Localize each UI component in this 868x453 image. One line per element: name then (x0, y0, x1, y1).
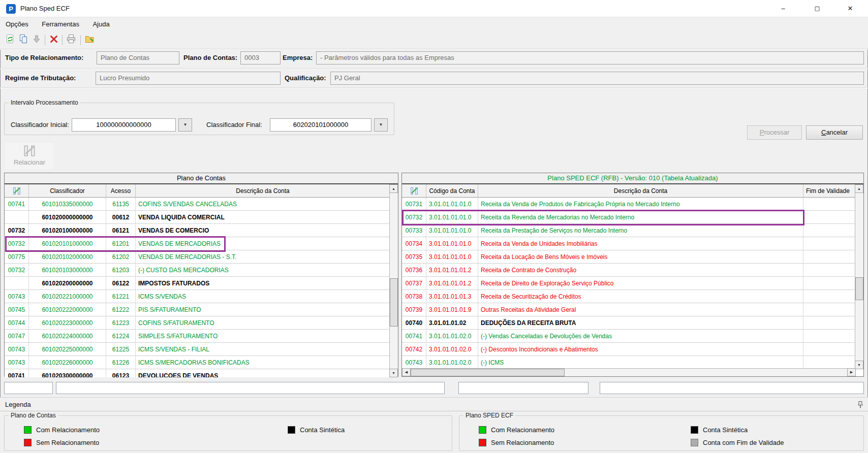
scroll-right-icon[interactable]: ▶ (847, 368, 856, 376)
scroll-up-icon[interactable]: ▲ (855, 184, 863, 193)
left-table-row[interactable]: 0074360102022100000061221ICMS S/VENDAS (5, 290, 390, 303)
menu-ferramentas[interactable]: Ferramentas (36, 17, 85, 31)
left-cell-rel: 00741 (5, 198, 29, 211)
relacionar-button[interactable]: Relacionar (5, 143, 54, 169)
right-cell-codigo: 3.01.01.01.02 (426, 316, 478, 330)
menu-opcoes[interactable]: Opções (0, 17, 34, 31)
left-table-title: Plano de Contas (5, 173, 398, 184)
right-cell-descricao: (-) Vendas Canceladas e Devoluções de Ve… (478, 330, 803, 343)
left-filter-field[interactable] (56, 382, 445, 394)
right-vertical-scrollbar[interactable]: ▲ ▼ (855, 184, 863, 369)
right-filter-field[interactable] (600, 382, 864, 394)
right-cell-fim (803, 356, 856, 369)
open-button[interactable] (83, 34, 96, 46)
left-cell-rel: 00732 (5, 264, 29, 277)
left-table-row[interactable]: 0074360102022500000061225ICMS S/VENDAS -… (5, 343, 390, 356)
maximize-button[interactable]: ◻ (805, 0, 829, 17)
right-cell-fim (803, 277, 856, 290)
left-col-classificador[interactable]: Classificador (29, 184, 106, 197)
classificador-inicial-field[interactable]: 100000000000000 (72, 118, 176, 132)
left-cell-acesso: 61135 (106, 198, 136, 211)
left-scrollbar-thumb[interactable] (390, 278, 398, 327)
right-table-row[interactable]: 007353.01.01.01.01.0Receita da Locação d… (402, 250, 856, 264)
right-cell-descricao: (-) Descontos Incondicionais e Abatiment… (478, 343, 803, 356)
left-table-row[interactable]: 0073260102010100000061201VENDAS DE MERCA… (5, 237, 390, 250)
right-hscrollbar-thumb[interactable] (411, 369, 565, 376)
left-cell-acesso: 61221 (106, 290, 136, 303)
left-vertical-scrollbar[interactable]: ▲ ▼ (389, 184, 398, 377)
left-table-row[interactable]: 60102000000000000612VENDA LIQUIDA COMERC… (5, 211, 390, 224)
qualificacao-field[interactable]: PJ Geral (330, 72, 864, 85)
pin-icon[interactable] (857, 401, 864, 411)
right-table-row[interactable]: 007333.01.01.01.01.0Receita da Prestação… (402, 224, 856, 237)
left-table-row[interactable]: 0074360102022600000061226ICMS S/MERCADOR… (5, 356, 390, 369)
processar-button[interactable]: Processar (747, 125, 802, 140)
left-table-row[interactable]: 0074760102022400000061224SIMPLES S/FATUR… (5, 330, 390, 343)
right-table-row[interactable]: 007313.01.01.01.01.0Receita da Venda de … (402, 198, 856, 211)
close-button[interactable]: ✕ (839, 0, 862, 17)
left-col-acesso[interactable]: Acesso (106, 184, 136, 197)
delete-button[interactable] (48, 34, 60, 46)
minimize-button[interactable]: – (771, 0, 795, 17)
left-cell-classificador: 601020221000000 (29, 290, 106, 303)
tipo-relacionamento-field[interactable]: Plano de Contas (97, 51, 179, 64)
left-cell-acesso: 06122 (106, 277, 136, 290)
scroll-left-icon[interactable]: ◀ (402, 368, 411, 376)
left-table-row[interactable]: 0073260102010000000006121VENDAS DE COMER… (5, 224, 390, 237)
right-table-row[interactable]: 007343.01.01.01.01.0Receita da Venda de … (402, 237, 856, 250)
menu-ajuda[interactable]: Ajuda (87, 17, 115, 31)
right-cell-codigo: 3.01.01.01.01.0 (426, 224, 478, 237)
right-table-row[interactable]: 007393.01.01.01.01.9Outras Receitas da A… (402, 303, 856, 316)
left-table-row[interactable]: 0073260102010300000061203(-) CUSTO DAS M… (5, 264, 390, 277)
right-col-fim-validade[interactable]: Fim de Validade (803, 184, 856, 197)
right-table-row[interactable]: 007403.01.01.01.02DEDUÇÕES DA RECEITA BR… (402, 316, 856, 330)
classificador-inicial-dropdown[interactable]: ▼ (178, 118, 192, 132)
right-col-descricao[interactable]: Descrição da Conta (478, 184, 803, 197)
left-filter-combo[interactable] (4, 382, 53, 394)
right-cell-descricao: Receita da Revenda de Mercadorias no Mer… (478, 211, 803, 224)
copy-button[interactable] (17, 34, 29, 46)
left-col-descricao[interactable]: Descrição da Conta (136, 184, 390, 197)
left-cell-rel: 00732 (5, 237, 29, 250)
scroll-up-icon[interactable]: ▲ (389, 184, 398, 193)
left-cell-rel: 00745 (5, 303, 29, 316)
empresa-field[interactable]: - Parâmetros válidos para todas as Empre… (316, 51, 864, 64)
right-cell-descricao: Receita da Prestação de Serviços no Merc… (478, 224, 803, 237)
right-table-row[interactable]: 007413.01.01.01.02.0(-) Vendas Cancelada… (402, 330, 856, 343)
cancelar-button[interactable]: Cancelar (806, 125, 863, 140)
plano-de-contas-field[interactable]: 0003 (240, 51, 281, 64)
left-cell-classificador: 601020103000000 (29, 264, 106, 277)
right-horizontal-scrollbar[interactable]: ◀ ▶ (402, 368, 856, 376)
refresh-button[interactable] (4, 34, 16, 46)
regime-tributacao-field[interactable]: Lucro Presumido (96, 72, 281, 85)
scroll-down-icon[interactable]: ▼ (855, 361, 863, 369)
left-table-row[interactable]: 0077560102010200000061202VENDAS DE MERCA… (5, 250, 390, 264)
right-filter-combo[interactable] (458, 382, 588, 394)
right-table-row[interactable]: 007373.01.01.01.01.2Receita de Direito d… (402, 277, 856, 290)
legend-color-swatch (691, 426, 698, 434)
right-cell-codigo: 3.01.01.01.01.0 (426, 250, 478, 264)
right-table-row[interactable]: 007323.01.01.01.01.0Receita da Revenda d… (402, 211, 856, 224)
right-table-row[interactable]: 007423.01.01.01.02.0(-) Descontos Incond… (402, 343, 856, 356)
right-scrollbar-thumb[interactable] (855, 277, 863, 300)
left-cell-descricao: ICMS S/MERCADORIAS BONIFICADAS (136, 356, 390, 369)
right-cell-rel: 00736 (402, 264, 426, 277)
left-table-row[interactable]: 0074560102022200000061222PIS S/FATURAMEN… (5, 303, 390, 316)
download-button[interactable] (30, 34, 43, 46)
classificador-final-dropdown[interactable]: ▼ (374, 118, 388, 132)
legend-color-swatch (24, 426, 32, 434)
right-table-row[interactable]: 007433.01.01.01.02.0(-) ICMS (402, 356, 856, 369)
classificador-final-field[interactable]: 602020101000000 (270, 118, 371, 132)
print-button[interactable] (65, 34, 77, 46)
left-table-row[interactable]: 0074460102022300000061223COFINS S/FATURA… (5, 316, 390, 330)
right-col-codigo[interactable]: Código da Conta (426, 184, 478, 197)
left-table-row[interactable]: 0074160101033500000061135COFINS S/VENDAS… (5, 198, 390, 211)
legend-color-swatch (479, 426, 486, 434)
left-table-row[interactable]: 0074160102030000000006123DEVOLUCOES DE V… (5, 369, 390, 377)
scroll-down-icon[interactable]: ▼ (389, 369, 398, 377)
right-table-row[interactable]: 007363.01.01.01.01.2Receita de Contrato … (402, 264, 856, 277)
right-cell-rel: 00737 (402, 277, 426, 290)
left-table-row[interactable]: 60102020000000006122IMPOSTOS FATURADOS (5, 277, 390, 290)
download-arrow-icon (32, 34, 42, 46)
right-table-row[interactable]: 007383.01.01.01.01.3Receita de Securitiz… (402, 290, 856, 303)
